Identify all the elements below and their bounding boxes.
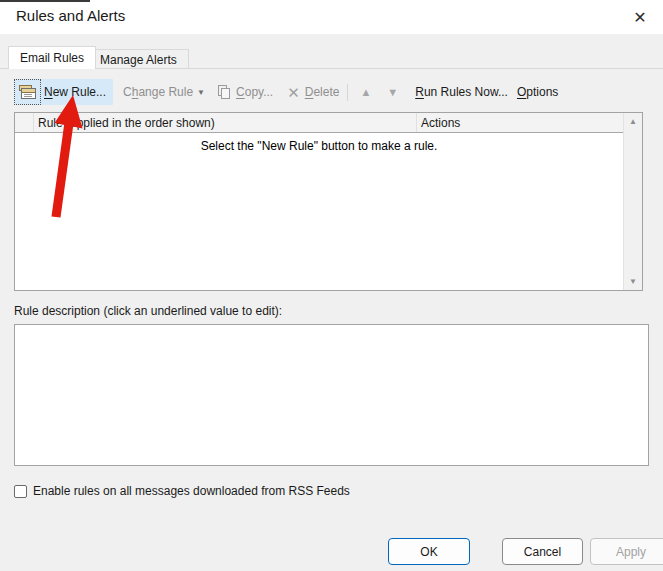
rss-checkbox[interactable] [14, 485, 27, 498]
options-button[interactable]: Options [517, 85, 558, 99]
chevron-down-icon: ▼ [197, 88, 205, 97]
tab-email-rules[interactable]: Email Rules [8, 46, 96, 69]
tab-manage-alerts[interactable]: Manage Alerts [88, 49, 189, 69]
close-icon[interactable]: ✕ [623, 3, 657, 31]
column-header-rule: Rule (applied in the order shown) [34, 113, 417, 132]
rules-list-scrollbar[interactable]: ▲ ▼ [623, 113, 642, 290]
column-header-blank [15, 113, 34, 132]
run-rules-now-label: Run Rules Now... [415, 85, 508, 99]
empty-rules-message: Select the "New Rule" button to make a r… [15, 133, 623, 153]
scroll-up-icon[interactable]: ▲ [624, 113, 642, 130]
move-down-icon[interactable]: ▼ [384, 85, 401, 100]
column-header-actions: Actions [417, 113, 623, 132]
delete-button[interactable]: ✕ Delete [287, 85, 339, 100]
new-rule-label: New Rule... [44, 85, 106, 99]
copy-label: Copy... [236, 85, 273, 99]
toolbar-separator [347, 84, 348, 101]
rules-list[interactable]: Rule (applied in the order shown) Action… [14, 112, 643, 291]
rss-checkbox-label: Enable rules on all messages downloaded … [33, 484, 350, 498]
copy-icon [218, 85, 231, 100]
new-rule-icon [15, 80, 40, 104]
rules-list-main: Rule (applied in the order shown) Action… [15, 113, 623, 290]
new-rule-button[interactable]: New Rule... [14, 79, 113, 105]
copy-button[interactable]: Copy... [218, 85, 273, 100]
change-rule-button[interactable]: Change Rule ▼ [123, 85, 205, 99]
rules-list-header: Rule (applied in the order shown) Action… [15, 113, 623, 133]
title-bar: Rules and Alerts ✕ [0, 0, 663, 34]
delete-label: Delete [305, 85, 340, 99]
apply-button[interactable]: Apply [590, 538, 663, 565]
move-up-icon[interactable]: ▲ [357, 85, 374, 100]
change-rule-label: Change Rule [123, 85, 193, 99]
options-label: Options [517, 85, 558, 99]
rules-and-alerts-dialog: Rules and Alerts ✕ Email Rules Manage Al… [0, 0, 663, 571]
rules-toolbar: New Rule... Change Rule ▼ Copy... ✕ Dele… [14, 79, 558, 105]
ok-button[interactable]: OK [388, 538, 470, 565]
rule-description-label: Rule description (click an underlined va… [14, 304, 282, 318]
screenshot-edge-artifact [0, 0, 90, 2]
delete-x-icon: ✕ [287, 85, 300, 100]
rule-description-box[interactable] [14, 324, 649, 466]
cancel-button[interactable]: Cancel [502, 538, 583, 565]
run-rules-now-button[interactable]: Run Rules Now... [415, 85, 508, 99]
scroll-down-icon[interactable]: ▼ [624, 273, 642, 290]
tab-strip: Email Rules Manage Alerts [0, 46, 663, 69]
rss-checkbox-row: Enable rules on all messages downloaded … [14, 484, 350, 498]
dialog-title: Rules and Alerts [16, 7, 125, 24]
